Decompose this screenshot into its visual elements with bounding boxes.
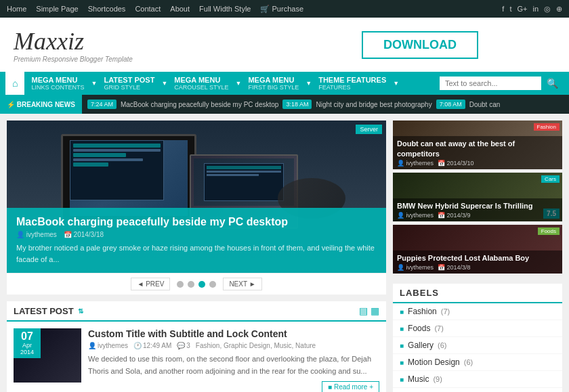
slider-dot-4[interactable] xyxy=(209,281,216,288)
search-area: 🔍 xyxy=(440,75,564,91)
search-input[interactable] xyxy=(440,77,541,90)
label-name-fashion: Fashion xyxy=(408,307,437,316)
facebook-icon[interactable]: f xyxy=(502,5,504,13)
content-wrap: Server MacBook charging peacefully besid… xyxy=(0,114,569,392)
nav-home[interactable]: Home xyxy=(7,5,26,14)
nav-contact[interactable]: Contact xyxy=(135,5,161,14)
side-date-1: 📅 2014/3/10 xyxy=(438,160,474,167)
rss-icon[interactable]: ⊕ xyxy=(556,5,562,14)
labels-section: LABELS ■ Fashion (7) ■ Foods (7) ■ Galle… xyxy=(393,284,562,392)
side-author-1: 👤 ivythemes xyxy=(397,160,434,167)
read-more-button[interactable]: ■ Read more + xyxy=(322,381,379,392)
nav-full-width[interactable]: Full Width Style xyxy=(199,5,251,14)
slider-date: 📅 2014/3/18 xyxy=(64,231,104,238)
label-dot-foods: ■ xyxy=(400,325,404,332)
post-cats: Fashion, Graphic Design, Music, Nature xyxy=(196,342,316,349)
nav-about[interactable]: About xyxy=(170,5,190,14)
nav-arrow-2: ▼ xyxy=(161,80,167,87)
latest-post-header: LATEST POST ⇅ ▤ ▦ xyxy=(7,301,386,322)
post-title[interactable]: Custom Title with Subtitle and Lock Cont… xyxy=(88,328,379,339)
social-icons: f t G+ in ◎ ⊕ xyxy=(502,5,562,14)
post-thumbnail: 07 Apr 2014 xyxy=(14,328,81,383)
slider-title: MacBook charging peacefully beside my PC… xyxy=(16,216,377,228)
slider-desc: My brother noticed a pale grey smoke or … xyxy=(16,242,377,265)
post-date-badge: 07 Apr 2014 xyxy=(14,328,41,358)
fashion-badge: Fashion xyxy=(534,123,560,131)
breaking-time-2: 3:18 AM xyxy=(282,100,312,109)
label-dot-music: ■ xyxy=(400,376,404,383)
slider-prev-button[interactable]: ◄ PREV xyxy=(131,278,170,290)
side-date-3: 📅 2014/3/8 xyxy=(438,264,471,271)
nav-shortcodes[interactable]: Shortcodes xyxy=(88,5,126,14)
nav-arrow-3: ▼ xyxy=(236,80,242,87)
nav-arrow-5: ▼ xyxy=(393,80,399,87)
googleplus-icon[interactable]: G+ xyxy=(517,5,527,13)
post-content: Custom Title with Subtitle and Lock Cont… xyxy=(88,328,379,392)
nav-mega-menu-2[interactable]: MEGA MENU CAROUSEL STYLE xyxy=(169,72,234,95)
slider-author: 👤 ivythemes xyxy=(16,231,57,238)
side-card-meta-2: 👤 ivythemes 📅 2014/3/9 xyxy=(397,212,558,219)
slider-badge: Server xyxy=(356,125,382,134)
label-item-motion-design[interactable]: ■ Motion Design (6) xyxy=(393,354,562,371)
main-column: Server MacBook charging peacefully besid… xyxy=(7,121,386,392)
top-nav: Home Simple Page Shortcodes Contact Abou… xyxy=(0,0,569,18)
side-date-2: 📅 2014/3/9 xyxy=(438,212,471,219)
side-card-info-2: BMW New Hybrid Supercar Is Thrilling 👤 i… xyxy=(393,198,562,221)
sort-icon[interactable]: ⇅ xyxy=(78,307,83,315)
side-column: Fashion Doubt can eat away at the best o… xyxy=(393,121,562,392)
nav-latest-post[interactable]: LATEST POST GRID STYLE xyxy=(98,72,160,95)
cars-badge: Cars xyxy=(541,175,560,183)
instagram-icon[interactable]: ◎ xyxy=(544,5,551,14)
grid-view-icon[interactable]: ▦ xyxy=(371,305,379,316)
side-card-info-3: Puppies Protected Lost Alabama Boy 👤 ivy… xyxy=(393,251,562,274)
post-author: 👤 ivythemes xyxy=(88,342,128,349)
label-dot-fashion: ■ xyxy=(400,308,404,315)
label-name-foods: Foods xyxy=(408,324,430,333)
nav-mega-menu-3[interactable]: MEGA MENU FIRST BIG STYLE xyxy=(243,72,304,95)
slider-wrap: Server MacBook charging peacefully besid… xyxy=(7,121,386,295)
label-dot-motion-design: ■ xyxy=(400,359,404,366)
slider-meta: 👤 ivythemes 📅 2014/3/18 xyxy=(16,231,377,238)
nav-theme-features[interactable]: THEME FEATURES FEATURES xyxy=(313,72,392,95)
list-view-icon[interactable]: ▤ xyxy=(359,305,368,316)
label-count-foods: (7) xyxy=(434,324,443,332)
search-button[interactable]: 🔍 xyxy=(541,75,564,91)
label-name-gallery: Gallery xyxy=(408,341,434,350)
slider-next-button[interactable]: NEXT ► xyxy=(223,278,261,290)
side-card-title-1: Doubt can eat away at the best of compet… xyxy=(397,139,558,158)
side-card-cars[interactable]: Cars 7.5 BMW New Hybrid Supercar Is Thri… xyxy=(393,173,562,221)
nav-purchase[interactable]: 🛒 Purchase xyxy=(260,5,303,14)
label-count-music: (9) xyxy=(433,375,442,383)
slider-caption: MacBook charging peacefully beside my PC… xyxy=(7,208,386,273)
foods-badge: Foods xyxy=(538,227,560,235)
side-card-fashion[interactable]: Fashion Doubt can eat away at the best o… xyxy=(393,121,562,169)
label-count-fashion: (7) xyxy=(441,307,450,315)
label-item-foods[interactable]: ■ Foods (7) xyxy=(393,320,562,337)
site-header: Maxxiz Premium Responsive Blogger Templa… xyxy=(0,18,569,72)
view-icons: ▤ ▦ xyxy=(359,305,379,316)
side-card-info-1: Doubt can eat away at the best of compet… xyxy=(393,136,562,169)
linkedin-icon[interactable]: in xyxy=(532,5,539,13)
label-item-music[interactable]: ■ Music (9) xyxy=(393,371,562,388)
nav-simple-page[interactable]: Simple Page xyxy=(36,5,78,14)
breaking-text-1: MacBook charging peacefully beside my PC… xyxy=(121,101,278,108)
featured-slider: Server MacBook charging peacefully besid… xyxy=(7,121,386,273)
breaking-text-2: Night city and bridge best photography xyxy=(316,101,431,108)
label-item-nature[interactable]: ■ Nature (6) xyxy=(393,388,562,392)
logo-title: Maxxiz xyxy=(14,27,284,56)
slider-controls: ◄ PREV NEXT ► xyxy=(7,273,386,295)
twitter-icon[interactable]: t xyxy=(509,5,511,13)
post-comments: 💬 3 xyxy=(177,342,190,349)
label-item-gallery[interactable]: ■ Gallery (6) xyxy=(393,337,562,354)
slider-dots xyxy=(177,281,216,288)
nav-arrow-4: ▼ xyxy=(305,80,312,87)
nav-home-button[interactable]: ⌂ xyxy=(5,72,24,95)
slider-dot-2[interactable] xyxy=(188,281,194,288)
side-card-foods[interactable]: Foods Puppies Protected Lost Alabama Boy… xyxy=(393,225,562,274)
label-item-fashion[interactable]: ■ Fashion (7) xyxy=(393,303,562,320)
header-download-button[interactable]: DOWNLOAD xyxy=(362,31,478,59)
slider-dot-3[interactable] xyxy=(198,281,205,288)
nav-mega-menu-1[interactable]: MEGA MENU LINKS CONTENTS xyxy=(26,72,89,95)
slider-dot-1[interactable] xyxy=(177,281,184,288)
breaking-news-bar: ⚡ BREAKING NEWS 7:24 AM MacBook charging… xyxy=(0,95,569,114)
